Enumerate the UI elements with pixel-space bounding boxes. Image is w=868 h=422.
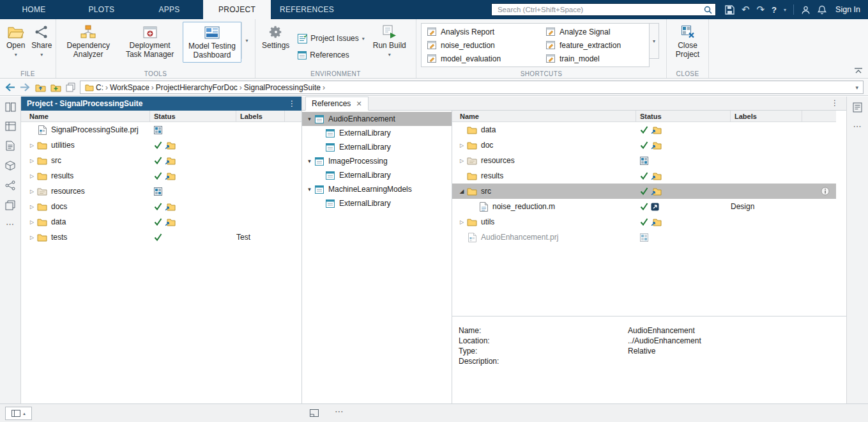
column-header-name[interactable]: Name (452, 111, 636, 121)
column-header-status[interactable]: Status (636, 111, 731, 121)
panel-layout-button[interactable]: ▴ (5, 407, 32, 420)
tab-apps[interactable]: APPS (135, 0, 203, 19)
help-icon[interactable]: ? (772, 5, 777, 15)
table-row[interactable]: ▷testsTest (21, 230, 301, 245)
tab-plots[interactable]: PLOTS (68, 0, 135, 19)
table-row[interactable]: ▷utilities (21, 137, 301, 153)
help-dropdown-icon[interactable]: ▾ (784, 7, 786, 13)
analyze-signal-shortcut[interactable]: Analyze Signal (540, 25, 649, 38)
forward-icon[interactable] (20, 82, 31, 92)
workspace-panel-icon[interactable] (5, 121, 16, 131)
expander-icon[interactable]: ▷ (27, 204, 36, 210)
source-control-panel-icon[interactable] (5, 180, 15, 191)
close-tab-icon[interactable]: ✕ (356, 100, 362, 108)
more-panels-icon[interactable]: ⋯ (6, 220, 15, 228)
tab-references[interactable]: References ✕ (305, 97, 369, 111)
more-status-icon[interactable]: ⋯ (335, 406, 344, 416)
table-row[interactable]: ▷data (21, 214, 301, 230)
tools-gallery-expand-button[interactable]: ▾ (241, 22, 252, 59)
expander-icon[interactable]: ▷ (27, 158, 36, 164)
tree-item[interactable]: ExternalLibrary (302, 168, 452, 182)
notifications-bell-icon[interactable] (818, 5, 826, 15)
table-row[interactable]: noise_reduction.mDesign (452, 199, 836, 214)
open-button[interactable]: Open ▾ (3, 22, 28, 59)
tab-home[interactable]: HOME (0, 0, 68, 19)
undo-icon[interactable]: ↶ (742, 4, 750, 15)
settings-button[interactable]: Settings (259, 22, 293, 61)
breadcrumb[interactable]: C:›WorkSpace›ProjectHierarchyForDoc›Sign… (80, 81, 864, 94)
more-tools-icon[interactable]: ⋯ (853, 122, 862, 130)
column-header-status[interactable]: Status (150, 111, 236, 121)
expander-icon[interactable]: ▾ (305, 158, 314, 164)
close-project-button[interactable]: Close Project (670, 22, 705, 61)
table-row[interactable]: AudioEnhancement.prj (452, 230, 836, 245)
table-row[interactable]: ▷doc (452, 137, 836, 153)
noise-reduction-shortcut[interactable]: noise_reduction (422, 38, 540, 52)
analysis-report-shortcut[interactable]: Analysis Report (422, 25, 540, 38)
train-model-shortcut[interactable]: train_model (540, 52, 649, 65)
table-row[interactable]: data (452, 122, 836, 137)
save-icon[interactable] (725, 5, 735, 15)
panel-toggle-icon[interactable] (310, 409, 319, 417)
project-issues-button[interactable]: Project Issues ▾ (298, 32, 364, 45)
search-box[interactable] (491, 3, 716, 16)
expander-icon[interactable]: ▷ (457, 219, 466, 225)
table-row[interactable]: ▷utils (452, 214, 836, 230)
tree-item[interactable]: ▾ImageProcessing (302, 154, 452, 168)
files-panel-icon[interactable] (5, 102, 16, 112)
tree-item[interactable]: ExternalLibrary (302, 140, 452, 154)
references-panel-menu-icon[interactable]: ⋮ (823, 98, 846, 110)
tab-references[interactable]: REFERENCES (271, 0, 343, 19)
run-build-button[interactable]: Run Build ▾ (370, 22, 409, 61)
expander-icon[interactable]: ▷ (27, 235, 36, 240)
tree-item[interactable]: ▾AudioEnhancement (302, 112, 452, 126)
breadcrumb-item[interactable]: ProjectHierarchyForDoc (156, 83, 238, 92)
table-row[interactable]: ▷src (21, 153, 301, 168)
expander-icon[interactable]: ▷ (457, 143, 466, 148)
column-header-name[interactable]: Name (21, 111, 150, 121)
table-row[interactable]: ▷resources (452, 153, 836, 168)
column-header-labels[interactable]: Labels (236, 111, 285, 121)
tree-item[interactable]: ExternalLibrary (302, 126, 452, 140)
table-row[interactable]: ◢src (452, 184, 836, 199)
collapse-toolstrip-icon[interactable] (854, 68, 863, 74)
expander-icon[interactable]: ▷ (457, 158, 466, 164)
info-icon[interactable] (821, 187, 830, 196)
table-row[interactable]: ▷docs (21, 199, 301, 214)
breadcrumb-item[interactable]: SignalProcessingSuite (244, 83, 321, 92)
tree-item[interactable]: ▾MachineLearningModels (302, 182, 452, 196)
expander-icon[interactable]: ▷ (27, 189, 36, 194)
model-evaluation-shortcut[interactable]: model_evaluation (422, 52, 540, 65)
expander-icon[interactable]: ▾ (305, 186, 314, 192)
tree-item[interactable]: ExternalLibrary (302, 196, 452, 210)
breadcrumb-item[interactable]: C: (96, 83, 103, 92)
column-header-labels[interactable]: Labels (731, 111, 802, 121)
expander-icon[interactable]: ▷ (27, 219, 36, 225)
search-input[interactable] (496, 5, 704, 14)
deployment-task-manager-button[interactable]: Deployment Task Manager (121, 22, 178, 63)
addons-panel-icon[interactable] (5, 200, 15, 210)
table-row[interactable]: results (452, 168, 836, 184)
dependency-analyzer-button[interactable]: Dependency Analyzer (59, 22, 117, 63)
table-row[interactable]: ▷results (21, 168, 301, 184)
table-row[interactable]: ▷resources (21, 184, 301, 199)
references-button[interactable]: References (298, 49, 364, 61)
variables-panel-icon[interactable] (5, 160, 15, 171)
sign-in-button[interactable]: Sign In (833, 5, 868, 14)
assistant-icon[interactable] (801, 5, 811, 15)
up-one-level-icon[interactable] (35, 83, 46, 92)
tab-project[interactable]: PROJECT (203, 0, 271, 19)
breadcrumb-dropdown-icon[interactable]: ▾ (855, 84, 858, 91)
organize-icon[interactable] (66, 82, 75, 92)
feature-extraction-shortcut[interactable]: feature_extraction (540, 38, 649, 52)
model-testing-dashboard-button[interactable]: Model Testing Dashboard (183, 22, 241, 63)
expander-icon[interactable]: ◢ (457, 188, 466, 194)
project-panel-menu-icon[interactable]: ⋮ (288, 99, 296, 108)
share-button[interactable]: Share ▾ (28, 22, 55, 59)
new-folder-icon[interactable] (50, 83, 61, 92)
back-icon[interactable] (4, 82, 15, 92)
shortcuts-gallery-expand-button[interactable]: ▾ (650, 23, 659, 59)
expander-icon[interactable]: ▷ (27, 143, 36, 148)
search-icon[interactable] (704, 6, 712, 14)
table-row[interactable]: SignalProcessingSuite.prj (21, 122, 301, 137)
